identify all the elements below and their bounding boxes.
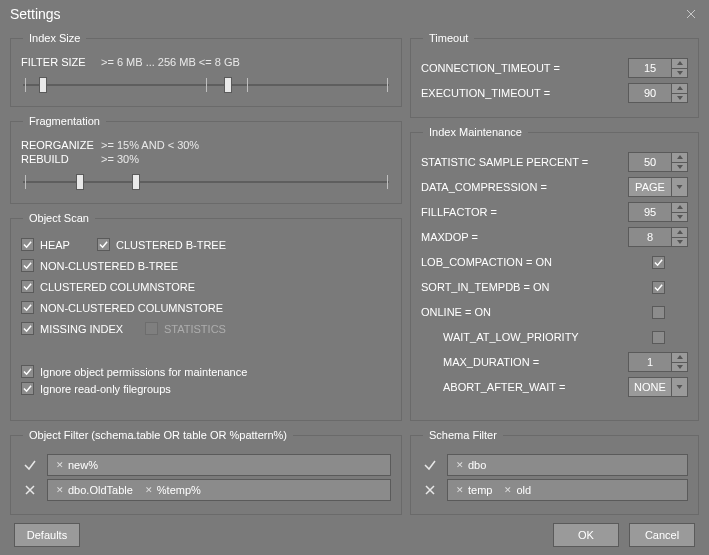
remove-tag-icon[interactable]: ✕	[56, 460, 64, 470]
ignore-readonly-label: Ignore read-only filegroups	[40, 383, 171, 395]
index-maintenance-legend: Index Maintenance	[423, 126, 528, 138]
remove-tag-icon[interactable]: ✕	[456, 485, 464, 495]
nonclustered-btree-label: NON-CLUSTERED B-TREE	[40, 260, 178, 272]
chevron-down-icon[interactable]	[672, 177, 688, 197]
max-duration-label: MAX_DURATION =	[421, 356, 539, 368]
ignore-permissions-checkbox[interactable]: Ignore object permissions for maintenanc…	[21, 365, 391, 378]
data-compression-label: DATA_COMPRESSION =	[421, 181, 547, 193]
spin-up-icon[interactable]	[672, 228, 687, 238]
include-icon	[421, 458, 439, 472]
index-maintenance-group: Index Maintenance STATISTIC SAMPLE PERCE…	[410, 126, 699, 421]
object-filter-legend: Object Filter (schema.table OR table OR …	[23, 429, 293, 441]
ignore-readonly-checkbox[interactable]: Ignore read-only filegroups	[21, 382, 391, 395]
clustered-btree-label: CLUSTERED B-TREE	[116, 239, 226, 251]
sort-tempdb-label: SORT_IN_TEMPDB = ON	[421, 281, 549, 293]
sort-tempdb-checkbox[interactable]	[652, 281, 665, 294]
schema-filter-include-input[interactable]: ✕dbo	[447, 454, 688, 476]
filter-tag[interactable]: ✕temp	[452, 483, 496, 497]
cancel-button[interactable]: Cancel	[629, 523, 695, 547]
fragmentation-group: Fragmentation REORGANIZE >= 15% AND < 30…	[10, 115, 402, 204]
max-duration-stepper[interactable]: 1	[628, 352, 688, 372]
spin-down-icon[interactable]	[672, 363, 687, 372]
exclude-icon	[421, 483, 439, 497]
maxdop-label: MAXDOP =	[421, 231, 478, 243]
timeout-legend: Timeout	[423, 32, 474, 44]
abort-after-wait-label: ABORT_AFTER_WAIT =	[421, 381, 565, 393]
index-size-group: Index Size FILTER SIZE >= 6 MB ... 256 M…	[10, 32, 402, 107]
remove-tag-icon[interactable]: ✕	[145, 485, 153, 495]
fragmentation-slider[interactable]	[21, 171, 391, 193]
reorganize-label: REORGANIZE	[21, 139, 95, 151]
nonclustered-btree-checkbox[interactable]: NON-CLUSTERED B-TREE	[21, 259, 178, 272]
object-scan-legend: Object Scan	[23, 212, 95, 224]
fragmentation-legend: Fragmentation	[23, 115, 106, 127]
filter-tag[interactable]: ✕dbo.OldTable	[52, 483, 137, 497]
remove-tag-icon[interactable]: ✕	[56, 485, 64, 495]
close-icon[interactable]	[681, 4, 701, 24]
filter-tag[interactable]: ✕%temp%	[141, 483, 205, 497]
execution-timeout-stepper[interactable]: 90	[628, 83, 688, 103]
clustered-cs-checkbox[interactable]: CLUSTERED COLUMNSTORE	[21, 280, 225, 293]
rebuild-value: >= 30%	[101, 153, 139, 165]
spin-up-icon[interactable]	[672, 84, 687, 94]
ok-button[interactable]: OK	[553, 523, 619, 547]
spin-down-icon[interactable]	[672, 213, 687, 222]
missing-index-checkbox[interactable]: MISSING INDEX	[21, 322, 139, 335]
wait-low-priority-checkbox[interactable]	[652, 331, 665, 344]
execution-timeout-label: EXECUTION_TIMEOUT =	[421, 87, 550, 99]
schema-filter-exclude-input[interactable]: ✕temp ✕old	[447, 479, 688, 501]
chevron-down-icon[interactable]	[672, 377, 688, 397]
online-label: ONLINE = ON	[421, 306, 491, 318]
spin-up-icon[interactable]	[672, 59, 687, 69]
online-checkbox[interactable]	[652, 306, 665, 319]
lob-compaction-checkbox[interactable]	[652, 256, 665, 269]
object-filter-exclude-input[interactable]: ✕dbo.OldTable ✕%temp%	[47, 479, 391, 501]
include-icon	[21, 458, 39, 472]
spin-up-icon[interactable]	[672, 203, 687, 213]
lob-compaction-label: LOB_COMPACTION = ON	[421, 256, 552, 268]
clustered-btree-checkbox[interactable]: CLUSTERED B-TREE	[97, 238, 231, 251]
titlebar: Settings	[0, 0, 709, 28]
remove-tag-icon[interactable]: ✕	[456, 460, 464, 470]
footer: Defaults OK Cancel	[0, 515, 709, 555]
schema-filter-group: Schema Filter ✕dbo ✕temp ✕old	[410, 429, 699, 515]
window-title: Settings	[10, 6, 61, 22]
nonclustered-cs-label: NON-CLUSTERED COLUMNSTORE	[40, 302, 223, 314]
statistics-checkbox: STATISTICS	[145, 322, 226, 335]
spin-down-icon[interactable]	[672, 94, 687, 103]
defaults-button[interactable]: Defaults	[14, 523, 80, 547]
missing-index-label: MISSING INDEX	[40, 323, 123, 335]
filter-tag[interactable]: ✕new%	[52, 458, 102, 472]
heap-label: HEAP	[40, 239, 70, 251]
filter-size-value: >= 6 MB ... 256 MB <= 8 GB	[101, 56, 240, 68]
nonclustered-cs-checkbox[interactable]: NON-CLUSTERED COLUMNSTORE	[21, 301, 223, 314]
heap-checkbox[interactable]: HEAP	[21, 238, 91, 251]
fillfactor-stepper[interactable]: 95	[628, 202, 688, 222]
connection-timeout-stepper[interactable]: 15	[628, 58, 688, 78]
remove-tag-icon[interactable]: ✕	[504, 485, 512, 495]
filter-tag[interactable]: ✕old	[500, 483, 535, 497]
stat-sample-label: STATISTIC SAMPLE PERCENT =	[421, 156, 588, 168]
settings-window: Settings Index Size FILTER SIZE >= 6 MB …	[0, 0, 709, 555]
schema-filter-legend: Schema Filter	[423, 429, 503, 441]
object-scan-group: Object Scan HEAP CLUSTERED B-TREE NON-CL…	[10, 212, 402, 421]
exclude-icon	[21, 483, 39, 497]
filter-size-label: FILTER SIZE	[21, 56, 95, 68]
spin-down-icon[interactable]	[672, 163, 687, 172]
filter-tag[interactable]: ✕dbo	[452, 458, 490, 472]
maxdop-stepper[interactable]: 8	[628, 227, 688, 247]
object-filter-include-input[interactable]: ✕new%	[47, 454, 391, 476]
fillfactor-label: FILLFACTOR =	[421, 206, 497, 218]
connection-timeout-label: CONNECTION_TIMEOUT =	[421, 62, 560, 74]
statistics-label: STATISTICS	[164, 323, 226, 335]
spin-down-icon[interactable]	[672, 69, 687, 78]
spin-up-icon[interactable]	[672, 153, 687, 163]
data-compression-select[interactable]: PAGE	[628, 177, 688, 197]
spin-up-icon[interactable]	[672, 353, 687, 363]
spin-down-icon[interactable]	[672, 238, 687, 247]
stat-sample-stepper[interactable]: 50	[628, 152, 688, 172]
index-size-slider[interactable]	[21, 74, 391, 96]
ignore-permissions-label: Ignore object permissions for maintenanc…	[40, 366, 247, 378]
index-size-legend: Index Size	[23, 32, 86, 44]
abort-after-wait-select[interactable]: NONE	[628, 377, 688, 397]
